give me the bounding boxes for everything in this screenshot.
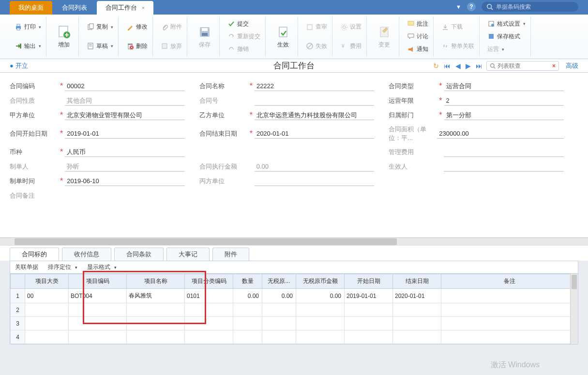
tab-payment[interactable]: 收付信息 bbox=[62, 248, 111, 261]
copy-button[interactable]: 复制▾ bbox=[85, 22, 115, 32]
tab-desktop[interactable]: 我的桌面 bbox=[10, 1, 52, 15]
input-partya[interactable] bbox=[65, 110, 184, 120]
attach-button[interactable]: 附件 bbox=[159, 22, 184, 32]
input-maketime[interactable] bbox=[65, 176, 184, 186]
label-type: 合同类型 bbox=[389, 82, 437, 91]
resubmit-button[interactable]: 重新提交 bbox=[226, 31, 262, 42]
status-bar: ●开立 合同工作台 ↻ ⏮ ◀ ▶ ⏭ × 高级 bbox=[0, 59, 588, 73]
download-button[interactable]: 下载 bbox=[439, 22, 476, 32]
related-doc-button[interactable]: 关联单据 bbox=[15, 263, 38, 271]
input-partyc[interactable] bbox=[255, 176, 375, 186]
cost-button[interactable]: ¥费用 bbox=[338, 41, 363, 51]
col-name[interactable]: 项目名称 bbox=[127, 274, 185, 289]
col-end[interactable]: 结束日期 bbox=[393, 274, 441, 289]
sort-button[interactable]: 排序定位▾ bbox=[48, 263, 77, 271]
modify-button[interactable]: 修改 bbox=[124, 22, 150, 32]
table-row[interactable]: 4 bbox=[11, 330, 578, 344]
advanced-link[interactable]: 高级 bbox=[566, 62, 578, 70]
tab-contract-workbench[interactable]: 合同工作台 × bbox=[97, 1, 153, 15]
audit-button[interactable]: 查审 bbox=[304, 22, 329, 32]
effect-button[interactable]: 生效 bbox=[271, 22, 295, 51]
prev-icon[interactable]: ◀ bbox=[454, 62, 462, 70]
svg-line-1 bbox=[491, 8, 493, 10]
list-search-input[interactable] bbox=[498, 62, 550, 69]
col-remark[interactable]: 备注 bbox=[441, 274, 578, 289]
refresh-icon[interactable]: ↻ bbox=[432, 62, 440, 70]
saveformat-button[interactable]: 保存格式 bbox=[485, 31, 528, 42]
help-icon[interactable]: ? bbox=[467, 2, 476, 11]
input-remark[interactable] bbox=[65, 191, 564, 200]
tab-terms[interactable]: 合同条款 bbox=[114, 248, 164, 261]
col-notaxorig[interactable]: 无税原... bbox=[262, 274, 296, 289]
last-icon[interactable]: ⏭ bbox=[475, 62, 483, 70]
form-hscroll[interactable] bbox=[0, 237, 588, 245]
next-icon[interactable]: ▶ bbox=[465, 62, 472, 70]
status-state[interactable]: ●开立 bbox=[10, 62, 28, 70]
clear-icon[interactable]: × bbox=[552, 62, 556, 69]
input-no[interactable] bbox=[255, 96, 375, 106]
label-end: 合同结束日期 bbox=[199, 129, 248, 138]
batch-button[interactable]: 批注 bbox=[405, 19, 430, 29]
tab-attach[interactable]: 附件 bbox=[212, 248, 249, 261]
search-icon bbox=[486, 3, 493, 10]
save-button[interactable]: 保存 bbox=[193, 22, 216, 51]
revoke-button[interactable]: 撤销 bbox=[226, 44, 262, 54]
barcode-search[interactable] bbox=[482, 2, 578, 12]
display-button[interactable]: 显示格式▾ bbox=[87, 263, 117, 271]
input-name[interactable] bbox=[255, 81, 374, 91]
input-area[interactable] bbox=[437, 129, 564, 139]
draft-button[interactable]: 草稿▾ bbox=[85, 41, 115, 51]
operate-button[interactable]: 运营▾ bbox=[485, 44, 528, 54]
effect-icon bbox=[275, 24, 291, 40]
grid-vscroll[interactable] bbox=[570, 274, 578, 344]
notify-button[interactable]: 通知 bbox=[405, 44, 430, 54]
delete-button[interactable]: 删除 bbox=[124, 41, 150, 51]
input-end[interactable] bbox=[255, 129, 374, 139]
discuss-button[interactable]: 讨论 bbox=[405, 31, 430, 42]
discard-icon bbox=[161, 42, 168, 50]
col-notaxorigamt[interactable]: 无税原币金额 bbox=[296, 274, 345, 289]
tab-events[interactable]: 大事记 bbox=[166, 248, 210, 261]
invalid-button[interactable]: 失效 bbox=[304, 41, 329, 51]
grid-header-row: 项目大类 项目编码 项目名称 项目分类编码 数量 无税原... 无税原币金额 开… bbox=[11, 274, 578, 289]
change-button[interactable]: 变更 bbox=[373, 22, 396, 51]
label-partyb: 乙方单位 bbox=[199, 111, 248, 120]
list-search[interactable]: × bbox=[486, 61, 559, 71]
input-start[interactable] bbox=[65, 129, 184, 139]
input-years[interactable] bbox=[444, 96, 564, 106]
tab-subject[interactable]: 合同标的 bbox=[10, 248, 59, 261]
col-cat[interactable]: 项目大类 bbox=[25, 274, 69, 289]
add-button[interactable]: 增加 bbox=[52, 22, 75, 51]
change-icon bbox=[377, 24, 392, 40]
page-title: 合同工作台 bbox=[273, 60, 315, 71]
related-button[interactable]: 整单关联 bbox=[439, 41, 476, 51]
format-button[interactable]: 格式设置▾ bbox=[485, 19, 528, 29]
input-currency[interactable] bbox=[65, 147, 184, 157]
col-start[interactable]: 开始日期 bbox=[345, 274, 393, 289]
watermark: 激活 Windows bbox=[491, 360, 540, 370]
table-row[interactable]: 2 bbox=[11, 303, 578, 317]
top-right: ▼ ? bbox=[456, 2, 578, 12]
table-row[interactable]: 100BOT004春风雅筑01010.000.000.002019-01-012… bbox=[11, 289, 578, 303]
input-code[interactable] bbox=[65, 81, 184, 91]
print-button[interactable]: 打印▾ bbox=[13, 22, 43, 32]
setting-button[interactable]: 设置 bbox=[338, 22, 363, 32]
input-type[interactable] bbox=[444, 81, 564, 91]
submit-button[interactable]: 提交 bbox=[226, 19, 262, 29]
col-code[interactable]: 项目编码 bbox=[69, 274, 127, 289]
barcode-search-input[interactable] bbox=[496, 3, 573, 10]
input-partyb[interactable] bbox=[255, 110, 374, 120]
tab-label: 合同工作台 bbox=[106, 4, 137, 11]
input-mgmtfee[interactable] bbox=[444, 147, 564, 157]
tab-contract-list[interactable]: 合同列表 bbox=[53, 1, 96, 15]
export-button[interactable]: 输出▾ bbox=[13, 41, 43, 51]
col-qty[interactable]: 数量 bbox=[233, 274, 262, 289]
table-row[interactable]: 3 bbox=[11, 317, 578, 330]
discard-button[interactable]: 放弃 bbox=[159, 41, 184, 51]
first-icon[interactable]: ⏮ bbox=[443, 62, 452, 70]
svg-point-34 bbox=[491, 63, 495, 67]
chevron-down-icon[interactable]: ▼ bbox=[456, 4, 461, 10]
input-dept[interactable] bbox=[444, 110, 564, 120]
close-icon[interactable]: × bbox=[142, 5, 145, 11]
col-clscode[interactable]: 项目分类编码 bbox=[185, 274, 233, 289]
